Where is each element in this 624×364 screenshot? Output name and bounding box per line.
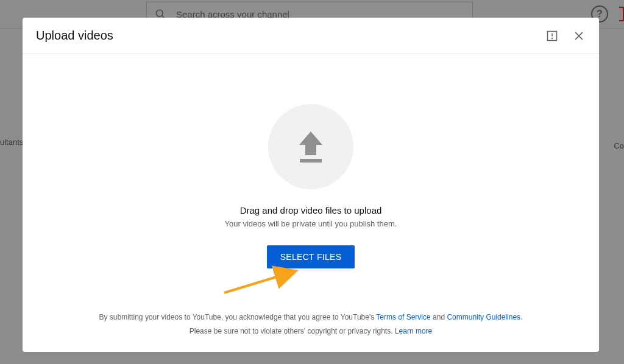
upload-arrow-icon [299, 131, 322, 163]
feedback-icon[interactable] [545, 29, 559, 43]
close-icon[interactable] [572, 29, 586, 43]
drag-instruction: Drag and drop video files to upload [240, 205, 382, 215]
guidelines-link[interactable]: Community Guidelines [447, 313, 520, 321]
upload-dropzone[interactable] [268, 104, 353, 189]
footer-and: and [431, 313, 447, 321]
upload-modal: Upload videos Drag and drop video files … [23, 18, 599, 352]
select-files-button[interactable]: SELECT FILES [267, 245, 355, 268]
footer-text: By submitting your videos to YouTube, yo… [99, 313, 377, 321]
footer-period: . [520, 313, 522, 321]
modal-header: Upload videos [23, 18, 599, 54]
modal-title: Upload videos [36, 29, 113, 43]
privacy-note: Your videos will be private until you pu… [225, 219, 397, 228]
tos-link[interactable]: Terms of Service [376, 313, 430, 321]
learn-more-link[interactable]: Learn more [395, 327, 432, 335]
svg-point-4 [552, 38, 553, 38]
footer-line2: Please be sure not to violate others' co… [190, 327, 395, 335]
modal-footer: By submitting your videos to YouTube, yo… [23, 310, 599, 338]
